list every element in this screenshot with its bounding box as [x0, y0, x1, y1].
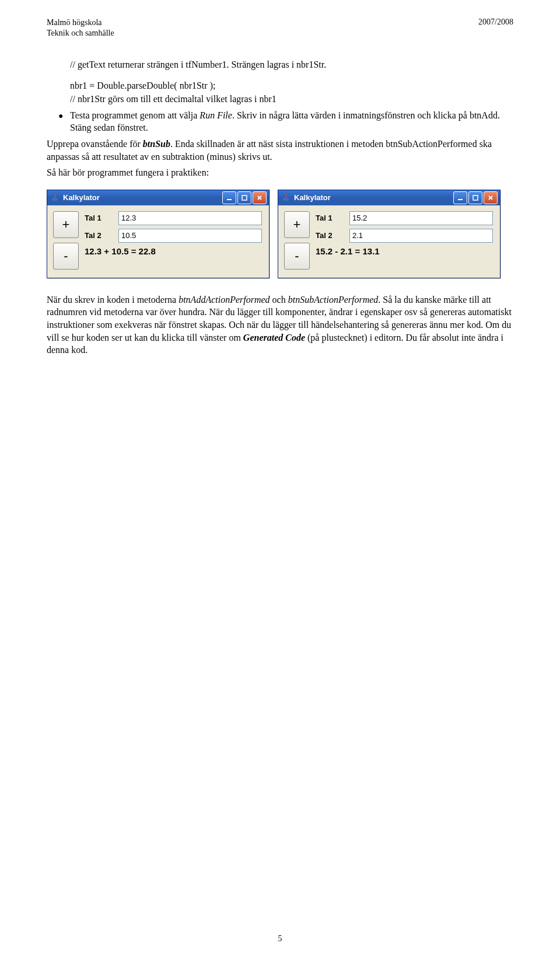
header-year: 2007/2008 [478, 18, 513, 27]
field-row-2: Tal 2 2.1 [316, 229, 493, 243]
tal2-label: Tal 2 [316, 231, 344, 240]
bullet-item: ● Testa programmet genom att välja Run F… [58, 109, 513, 134]
btnsub-label: btnSub [143, 139, 170, 149]
window-title: Kalkylator [294, 193, 453, 202]
page: Malmö högskola Teknik och samhälle 2007/… [0, 0, 560, 961]
maximize-icon[interactable] [237, 191, 251, 204]
fields-column: Tal 1 12.3 Tal 2 10.5 12.3 + 10.5 = 22.8 [85, 211, 262, 270]
bullet-dot-icon: ● [58, 109, 70, 122]
tal1-label: Tal 1 [85, 214, 113, 222]
close-icon[interactable] [253, 191, 267, 204]
paragraph-btnsub: Upprepa ovanstående för btnSub. Enda ski… [47, 138, 513, 163]
svg-rect-2 [242, 195, 247, 200]
minus-button[interactable]: - [284, 243, 310, 270]
result-text: 12.3 + 10.5 = 22.8 [85, 246, 262, 256]
content: // getText returnerar strängen i tfNumbe… [47, 58, 513, 357]
tal2-input[interactable]: 10.5 [118, 229, 262, 243]
result-text: 15.2 - 2.1 = 13.1 [316, 246, 493, 256]
svg-rect-0 [52, 198, 58, 201]
window-body: + - Tal 1 15.2 Tal 2 2.1 15.2 - 2.1 = 13… [278, 205, 500, 278]
method-1: btnAddActionPerformed [178, 295, 270, 305]
minimize-icon[interactable] [453, 191, 467, 204]
svg-rect-3 [283, 198, 289, 201]
tal2-input[interactable]: 2.1 [349, 229, 493, 243]
titlebar: Kalkylator [47, 190, 269, 205]
code-comment-1: // getText returnerar strängen i tfNumbe… [70, 58, 513, 71]
svg-rect-5 [473, 195, 478, 200]
tal2-label: Tal 2 [85, 231, 113, 240]
tal1-input[interactable]: 15.2 [349, 211, 493, 225]
para1-pre: Upprepa ovanstående för [47, 139, 143, 149]
plus-button[interactable]: + [53, 211, 79, 238]
calc-window-1: Kalkylator + - Tal 1 12 [47, 190, 270, 278]
tal1-label: Tal 1 [316, 214, 344, 222]
svg-rect-4 [458, 199, 463, 200]
operator-column: + - [284, 211, 310, 270]
titlebar: Kalkylator [278, 190, 500, 205]
header-left: Malmö högskola Teknik och samhälle [47, 18, 114, 39]
paragraph-generated-code: När du skrev in koden i metoderna btnAdd… [47, 293, 513, 357]
field-row-1: Tal 1 15.2 [316, 211, 493, 225]
java-icon [282, 193, 291, 202]
operator-column: + - [53, 211, 79, 270]
field-row-1: Tal 1 12.3 [85, 211, 262, 225]
header-institution: Malmö högskola [47, 18, 114, 28]
code-comment-2: // nbr1Str görs om till ett decimaltal v… [70, 93, 513, 106]
p3-t2: och [270, 295, 288, 305]
code-block: // getText returnerar strängen i tfNumbe… [70, 58, 513, 106]
run-file-label: Run File [200, 110, 232, 120]
window-buttons [222, 191, 267, 204]
window-title: Kalkylator [63, 193, 222, 202]
field-row-2: Tal 2 10.5 [85, 229, 262, 243]
bullet-text-pre: Testa programmet genom att välja [70, 110, 200, 120]
maximize-icon[interactable] [468, 191, 482, 204]
method-2: btnSubActionPerformed [288, 295, 379, 305]
window-body: + - Tal 1 12.3 Tal 2 10.5 12.3 + 10.5 = … [47, 205, 269, 278]
plus-button[interactable]: + [284, 211, 310, 238]
fields-column: Tal 1 15.2 Tal 2 2.1 15.2 - 2.1 = 13.1 [316, 211, 493, 270]
header-department: Teknik och samhälle [47, 28, 114, 39]
code-line-1: nbr1 = Double.parseDouble( nbr1Str ); [70, 79, 513, 92]
page-number: 5 [0, 934, 560, 943]
paragraph-practice: Så här bör programmet fungera i praktike… [47, 166, 513, 179]
java-icon [51, 193, 60, 202]
minus-button[interactable]: - [53, 243, 79, 270]
generated-code-label: Generated Code [243, 333, 305, 343]
close-icon[interactable] [484, 191, 498, 204]
bullet-text: Testa programmet genom att välja Run Fil… [70, 109, 513, 134]
window-buttons [453, 191, 498, 204]
screenshots-row: Kalkylator + - Tal 1 12 [47, 190, 513, 278]
p3-t1: När du skrev in koden i metoderna [47, 295, 178, 305]
minimize-icon[interactable] [222, 191, 236, 204]
tal1-input[interactable]: 12.3 [118, 211, 262, 225]
svg-rect-1 [227, 199, 232, 200]
calc-window-2: Kalkylator + - Tal 1 15 [278, 190, 501, 278]
